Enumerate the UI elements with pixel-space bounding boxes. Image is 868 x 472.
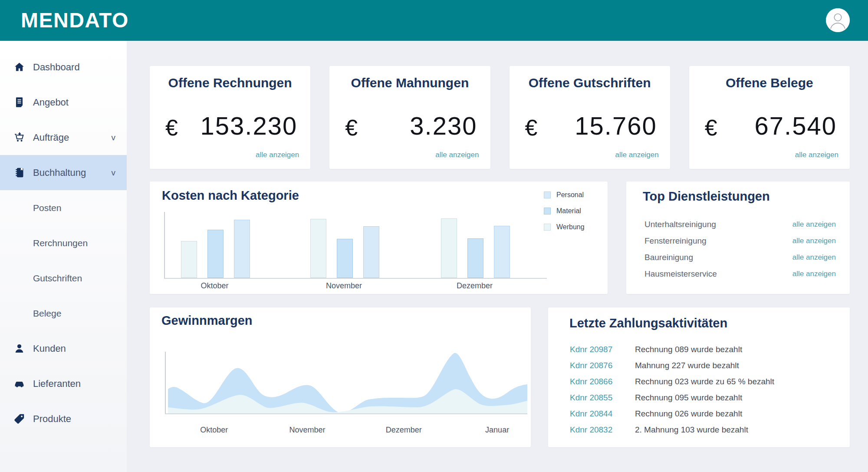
stat-card-value: 153.230 [201, 111, 298, 140]
stat-card-offene-gutschriften: Offene Gutschriften€15.760alle anzeigen [510, 66, 670, 169]
user-avatar-button[interactable] [826, 8, 850, 32]
x-axis-label: November [277, 426, 338, 435]
bar-material [337, 239, 353, 278]
legend-item-personal: Personal [544, 191, 585, 198]
top-services-list: Unterhaltsreinigungalle anzeigenFensterr… [644, 216, 836, 282]
show-all-link[interactable]: alle anzeigen [795, 151, 838, 159]
stat-card-value: 3.230 [410, 111, 477, 140]
stat-card-offene-mahnungen: Offene Mahnungen€3.230alle anzeigen [329, 66, 490, 169]
bar-chart-legend: PersonalMaterialWerbung [544, 191, 585, 239]
tag-icon [13, 413, 25, 425]
sidebar-item-label: Aufträge [33, 132, 69, 143]
payment-row: Kdnr 20855Rechnung 095 wurde bezahlt [570, 389, 837, 406]
legend-label: Personal [556, 191, 584, 199]
payment-activity-text: Rechnung 089 wurde bezahlt [635, 345, 742, 354]
sidebar-item-angebot[interactable]: Angebot [0, 85, 127, 120]
legend-swatch [544, 224, 551, 231]
brand-logo: MENDATO [21, 0, 129, 41]
area-chart-x-labels: OktoberNovemberDezemberJanuar [163, 426, 529, 435]
show-all-link[interactable]: alle anzeigen [256, 151, 299, 159]
currency-symbol: € [345, 115, 358, 141]
currency-symbol: € [165, 115, 178, 141]
gewinnmargen-card: Gewinnmargen OktoberNovemberDezemberJanu… [150, 307, 531, 447]
notebook-icon [13, 167, 25, 179]
sidebar-subitem-belege[interactable]: Belege [0, 296, 127, 331]
top-services-title: Top Dienstleistungen [643, 189, 770, 204]
top-dienstleistungen-card: Top Dienstleistungen Unterhaltsreinigung… [626, 182, 850, 294]
payment-activity-text: Rechnung 023 wurde zu 65 % bezahlt [635, 377, 774, 386]
cart-icon [13, 132, 25, 144]
customer-number-link[interactable]: Kdnr 20987 [570, 345, 635, 354]
show-all-link[interactable]: alle anzeigen [435, 151, 479, 159]
show-all-link[interactable]: alle anzeigen [792, 220, 836, 229]
chevron-down-icon: v [112, 168, 116, 178]
x-axis-label: Januar [467, 426, 528, 435]
bar-group-oktober [181, 220, 250, 278]
bar-personal [494, 226, 510, 278]
payment-row: Kdnr 208322. Mahnung 103 wurde bezahlt [570, 422, 837, 438]
legend-label: Werbung [556, 223, 585, 231]
show-all-link[interactable]: alle anzeigen [792, 270, 836, 278]
legend-item-werbung: Werbung [544, 223, 585, 231]
car-icon [13, 378, 25, 390]
sidebar-item-label: Produkte [33, 413, 71, 425]
mendato-dashboard: MENDATO DashboardAngebotAufträgevBuchhal… [0, 0, 868, 472]
sidebar-item-lieferanten[interactable]: Lieferanten [0, 366, 127, 401]
sidebar-item-auftrage[interactable]: Aufträgev [0, 120, 127, 155]
top-header-bar: MENDATO [0, 0, 868, 41]
show-all-link[interactable]: alle anzeigen [615, 151, 659, 159]
bar-chart-title: Kosten nach Kategorie [162, 188, 299, 203]
sidebar-item-buchhaltung[interactable]: Buchhaltungv [0, 155, 127, 190]
customer-number-link[interactable]: Kdnr 20832 [570, 425, 635, 435]
x-axis-label: Oktober [180, 281, 249, 290]
home-icon [13, 61, 25, 73]
x-axis-label: November [309, 281, 378, 290]
payment-row: Kdnr 20876Mahnung 227 wurde bezahlt [570, 357, 837, 373]
bar-werbung [310, 219, 326, 278]
sidebar-subitem-rerchnungen[interactable]: Rerchnungen [0, 225, 127, 261]
legend-label: Material [556, 207, 581, 215]
area-chart-plot [163, 342, 529, 431]
stat-card-row: Offene Rechnungen€153.230alle anzeigenOf… [150, 66, 850, 169]
user-avatar-icon [826, 26, 850, 33]
show-all-link[interactable]: alle anzeigen [792, 237, 836, 245]
stat-card-title: Offene Mahnungen [329, 76, 490, 90]
legend-item-material: Material [544, 207, 585, 215]
customer-number-link[interactable]: Kdnr 20844 [570, 409, 635, 419]
sidebar-item-dashboard[interactable]: Dashboard [0, 50, 127, 85]
sidebar-subitem-gutschriften[interactable]: Gutschriften [0, 261, 127, 296]
customer-number-link[interactable]: Kdnr 20866 [570, 377, 635, 386]
stat-card-title: Offene Rechnungen [150, 76, 310, 90]
payments-list: Kdnr 20987Rechnung 089 wurde bezahltKdnr… [570, 341, 837, 438]
payment-row: Kdnr 20844Rechnung 026 wurde bezahlt [570, 406, 837, 422]
payment-activity-text: 2. Mahnung 103 wurde bezahlt [635, 425, 748, 435]
chevron-down-icon: v [112, 133, 116, 142]
area-chart-title: Gewinnmargen [161, 314, 253, 328]
sidebar-item-produkte[interactable]: Produkte [0, 401, 127, 436]
document-icon [13, 96, 25, 109]
bar-personal [363, 226, 379, 278]
payment-row: Kdnr 20987Rechnung 089 wurde bezahlt [570, 341, 837, 357]
payment-activity-text: Rechnung 026 wurde bezahlt [635, 409, 742, 419]
bar-werbung [441, 218, 457, 278]
sidebar-subitem-posten[interactable]: Posten [0, 190, 127, 225]
sidebar-item-kunden[interactable]: Kunden [0, 331, 127, 366]
bar-werbung [181, 241, 197, 278]
customer-number-link[interactable]: Kdnr 20855 [570, 393, 635, 403]
stat-card-title: Offene Belege [689, 76, 850, 90]
service-row-unterhaltsreinigung: Unterhaltsreinigungalle anzeigen [644, 216, 836, 233]
stat-card-title: Offene Gutschriften [510, 76, 670, 90]
stat-card-offene-belege: Offene Belege€67.540alle anzeigen [689, 66, 850, 169]
service-row-fensterreinigung: Fensterreinigungalle anzeigen [644, 233, 836, 249]
currency-symbol: € [705, 115, 717, 141]
stat-card-value: 67.540 [755, 111, 837, 140]
service-row-hausmeisterservice: Hausmeisterservicealle anzeigen [644, 266, 836, 282]
bar-group-november [310, 219, 379, 278]
bar-personal [234, 220, 250, 278]
show-all-link[interactable]: alle anzeigen [792, 253, 836, 262]
service-row-baureinigung: Baureinigungalle anzeigen [644, 249, 836, 266]
service-name: Hausmeisterservice [644, 269, 717, 279]
service-name: Unterhaltsreinigung [644, 220, 716, 229]
x-axis-label: Dezember [440, 281, 509, 290]
customer-number-link[interactable]: Kdnr 20876 [570, 361, 635, 370]
